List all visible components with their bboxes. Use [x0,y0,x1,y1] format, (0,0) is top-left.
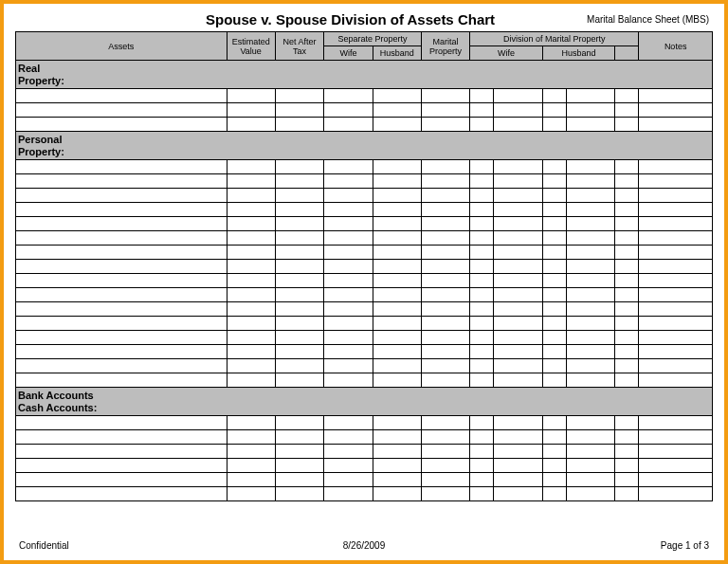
cell[interactable] [16,373,228,388]
cell[interactable] [275,345,323,359]
cell[interactable] [421,302,469,317]
cell[interactable] [542,89,566,103]
cell[interactable] [639,359,713,373]
cell[interactable] [275,89,323,103]
cell[interactable] [373,103,421,118]
cell[interactable] [494,416,542,430]
cell[interactable] [494,217,542,231]
cell[interactable] [566,118,614,132]
cell[interactable] [494,118,542,132]
cell[interactable] [227,487,275,501]
cell[interactable] [16,302,228,317]
cell[interactable] [566,459,614,473]
cell[interactable] [227,288,275,302]
cell[interactable] [639,288,713,302]
cell[interactable] [324,203,373,217]
cell[interactable] [275,174,323,189]
cell[interactable] [494,260,542,274]
cell[interactable] [542,359,566,373]
cell[interactable] [373,416,421,430]
cell[interactable] [275,203,323,217]
cell[interactable] [227,317,275,331]
cell[interactable] [470,160,494,174]
cell[interactable] [421,118,469,132]
cell[interactable] [542,345,566,359]
cell[interactable] [421,189,469,203]
cell[interactable] [373,160,421,174]
cell[interactable] [275,260,323,274]
cell[interactable] [16,473,228,487]
cell[interactable] [542,217,566,231]
cell[interactable] [324,359,373,373]
cell[interactable] [421,246,469,260]
cell[interactable] [421,359,469,373]
cell[interactable] [275,459,323,473]
cell[interactable] [324,189,373,203]
cell[interactable] [542,103,566,118]
cell[interactable] [566,288,614,302]
cell[interactable] [639,445,713,459]
cell[interactable] [494,203,542,217]
cell[interactable] [615,430,639,445]
cell[interactable] [373,203,421,217]
cell[interactable] [615,274,639,288]
cell[interactable] [470,359,494,373]
cell[interactable] [275,118,323,132]
cell[interactable] [639,459,713,473]
cell[interactable] [373,331,421,345]
cell[interactable] [615,302,639,317]
cell[interactable] [227,174,275,189]
cell[interactable] [324,317,373,331]
cell[interactable] [227,359,275,373]
cell[interactable] [324,373,373,388]
cell[interactable] [16,430,228,445]
cell[interactable] [421,459,469,473]
cell[interactable] [16,487,228,501]
cell[interactable] [275,317,323,331]
cell[interactable] [421,174,469,189]
cell[interactable] [566,189,614,203]
cell[interactable] [275,217,323,231]
cell[interactable] [373,445,421,459]
cell[interactable] [470,217,494,231]
cell[interactable] [470,373,494,388]
cell[interactable] [324,89,373,103]
cell[interactable] [324,118,373,132]
cell[interactable] [421,217,469,231]
cell[interactable] [615,359,639,373]
cell[interactable] [324,345,373,359]
cell[interactable] [421,331,469,345]
cell[interactable] [494,288,542,302]
cell[interactable] [227,445,275,459]
cell[interactable] [639,246,713,260]
cell[interactable] [615,217,639,231]
cell[interactable] [227,430,275,445]
cell[interactable] [275,288,323,302]
cell[interactable] [373,118,421,132]
cell[interactable] [542,231,566,246]
cell[interactable] [566,430,614,445]
cell[interactable] [494,459,542,473]
cell[interactable] [16,203,228,217]
cell[interactable] [275,302,323,317]
cell[interactable] [494,317,542,331]
cell[interactable] [542,473,566,487]
cell[interactable] [566,302,614,317]
cell[interactable] [639,189,713,203]
cell[interactable] [470,445,494,459]
cell[interactable] [566,103,614,118]
cell[interactable] [16,118,228,132]
cell[interactable] [470,260,494,274]
cell[interactable] [615,288,639,302]
cell[interactable] [16,217,228,231]
cell[interactable] [566,445,614,459]
cell[interactable] [373,473,421,487]
cell[interactable] [639,473,713,487]
cell[interactable] [639,487,713,501]
cell[interactable] [275,416,323,430]
cell[interactable] [421,373,469,388]
cell[interactable] [16,89,228,103]
cell[interactable] [324,260,373,274]
cell[interactable] [16,274,228,288]
cell[interactable] [615,103,639,118]
